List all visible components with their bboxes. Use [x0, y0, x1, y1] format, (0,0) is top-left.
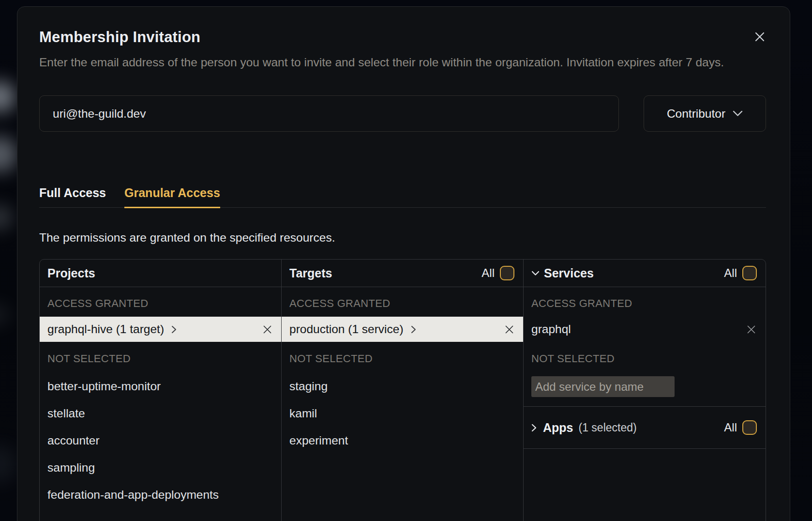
add-service-input[interactable] — [531, 376, 675, 397]
projects-not-selected-label: NOT SELECTED — [40, 342, 281, 373]
dialog-description: Enter the email address of the person yo… — [39, 53, 764, 71]
apps-selected-count: (1 selected) — [579, 421, 637, 434]
service-row-graphql[interactable]: graphql — [524, 317, 766, 342]
backdrop-blur-smudge — [0, 444, 16, 483]
backdrop-blur-smudge — [0, 304, 10, 325]
x-icon — [747, 325, 756, 334]
targets-all-checkbox[interactable] — [500, 266, 514, 280]
apps-all-label: All — [724, 421, 737, 434]
tab-granular-access[interactable]: Granular Access — [124, 186, 220, 208]
permissions-note: The permissions are granted on the speci… — [39, 231, 766, 245]
chevron-right-icon — [411, 325, 416, 334]
apps-section-row[interactable]: Apps (1 selected) All — [524, 406, 766, 449]
x-icon — [505, 325, 514, 334]
project-item[interactable]: sampling — [40, 454, 281, 481]
backdrop-blur-smudge — [0, 81, 15, 112]
target-row-label: production (1 service) — [289, 322, 404, 336]
tab-full-access[interactable]: Full Access — [39, 186, 106, 208]
services-title: Services — [544, 266, 594, 280]
remove-target-button[interactable] — [505, 325, 514, 334]
backdrop-blur-smudge — [0, 205, 13, 230]
target-row-production[interactable]: production (1 service) — [282, 317, 523, 342]
targets-title: Targets — [289, 266, 332, 280]
services-column-header[interactable]: Services All — [524, 260, 766, 287]
project-row-label: graphql-hive (1 target) — [47, 322, 164, 336]
close-button[interactable] — [751, 28, 768, 46]
project-item[interactable]: stellate — [40, 400, 281, 427]
backdrop-blur-smudge — [0, 137, 17, 172]
target-item[interactable]: experiment — [282, 427, 523, 454]
project-item[interactable]: better-uptime-monitor — [40, 373, 281, 400]
project-item[interactable]: federation-and-app-deployments — [40, 481, 281, 508]
invite-email-input[interactable] — [39, 95, 619, 132]
project-row-graphql-hive[interactable]: graphql-hive (1 target) — [40, 317, 281, 342]
targets-all-label: All — [481, 266, 495, 280]
projects-access-granted-label: ACCESS GRANTED — [40, 287, 281, 317]
services-all-label: All — [724, 266, 737, 280]
targets-access-granted-label: ACCESS GRANTED — [282, 287, 523, 317]
access-tabs: Full Access Granular Access — [39, 186, 766, 208]
apps-all-control: All — [724, 420, 757, 435]
membership-invitation-dialog: Membership Invitation Enter the email ad… — [17, 6, 790, 521]
projects-column: Projects ACCESS GRANTED graphql-hive (1 … — [40, 260, 282, 521]
chevron-down-icon — [733, 110, 743, 117]
projects-title: Projects — [47, 266, 95, 280]
remove-service-button[interactable] — [747, 325, 756, 334]
dialog-title: Membership Invitation — [39, 29, 766, 46]
targets-column-header: Targets All — [282, 260, 523, 287]
targets-column: Targets All ACCESS GRANTED production (1… — [282, 260, 524, 521]
services-column: Services All ACCESS GRANTED graphql NOT … — [524, 260, 766, 521]
services-all-checkbox[interactable] — [742, 266, 757, 280]
services-not-selected-label: NOT SELECTED — [524, 342, 766, 373]
remove-project-button[interactable] — [263, 325, 272, 334]
target-item[interactable]: kamil — [282, 400, 523, 427]
chevron-right-icon — [531, 424, 537, 432]
service-row-label: graphql — [531, 322, 571, 336]
invite-fields-row: Contributor — [39, 95, 766, 132]
apps-all-checkbox[interactable] — [742, 420, 757, 435]
apps-title: Apps — [543, 421, 573, 435]
project-item[interactable]: accounter — [40, 427, 281, 454]
role-select-button[interactable]: Contributor — [644, 95, 766, 132]
chevron-right-icon — [171, 325, 177, 334]
targets-all-control: All — [481, 266, 514, 280]
services-all-control: All — [724, 266, 757, 280]
services-access-granted-label: ACCESS GRANTED — [524, 287, 766, 317]
chevron-down-icon — [531, 271, 540, 276]
target-item[interactable]: staging — [282, 373, 523, 400]
projects-column-header: Projects — [40, 260, 281, 287]
resource-picker: Projects ACCESS GRANTED graphql-hive (1 … — [39, 259, 766, 521]
close-icon — [754, 31, 766, 43]
role-select-value: Contributor — [667, 107, 725, 121]
targets-not-selected-label: NOT SELECTED — [282, 342, 523, 373]
x-icon — [263, 325, 272, 334]
